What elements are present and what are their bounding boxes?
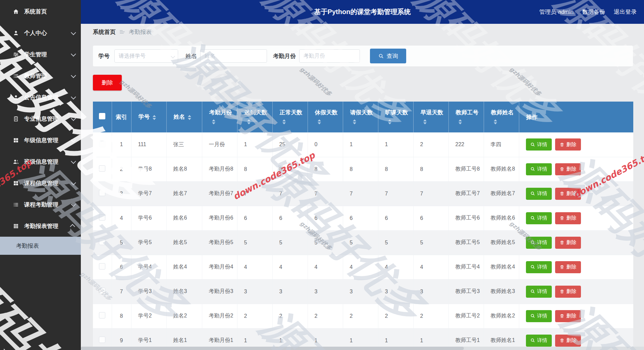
sidebar-item-attendance-reports[interactable]: 考勤报表管理: [0, 215, 81, 237]
sort-carets[interactable]: [282, 118, 286, 126]
cell-name: 姓名2: [166, 304, 202, 328]
header-absent-days: 旷课天数: [378, 102, 413, 132]
cell-tid: 教师工号3: [448, 279, 484, 304]
logout-link[interactable]: 退出登录: [614, 8, 637, 16]
sidebar-item-teachers[interactable]: 教师管理: [0, 65, 81, 86]
row-delete-button[interactable]: 删除: [555, 286, 581, 298]
cell-early: 2: [413, 132, 448, 157]
cell-absent: 2: [378, 304, 413, 328]
detail-button[interactable]: 详情: [526, 163, 552, 175]
sort-carets[interactable]: [212, 118, 215, 126]
scrollbar-thumb[interactable]: [81, 347, 464, 350]
header-index: 索引: [112, 102, 131, 132]
row-delete-button[interactable]: 删除: [555, 310, 581, 322]
horizontal-scrollbar[interactable]: [81, 347, 644, 350]
cell-late: 5: [237, 230, 272, 255]
row-checkbox[interactable]: [99, 214, 105, 221]
sidebar-item-students[interactable]: 学生管理: [0, 44, 81, 65]
sidebar-item-grades[interactable]: 年级信息管理: [0, 129, 81, 151]
row-checkbox[interactable]: [99, 239, 105, 245]
trash-icon: [559, 289, 565, 294]
chevron-down-icon: [71, 201, 76, 207]
row-delete-button[interactable]: 删除: [555, 261, 581, 273]
chevron-down-icon: [71, 159, 76, 164]
detail-button[interactable]: 详情: [526, 286, 552, 298]
sidebar-item-majors[interactable]: 专业信息管理: [0, 108, 81, 129]
sort-carets[interactable]: [494, 118, 497, 126]
sort-carets[interactable]: [459, 118, 462, 126]
detail-button[interactable]: 详情: [526, 310, 552, 322]
sidebar-item-course-attendance[interactable]: 课程考勤管理: [0, 194, 81, 215]
row-checkbox[interactable]: [99, 263, 105, 270]
row-checkbox[interactable]: [99, 190, 105, 196]
search-icon: [530, 338, 535, 343]
cell-sid: 学号3: [131, 279, 166, 304]
header-leave-days: 请假天数: [343, 102, 378, 132]
cell-sid: 学号4: [131, 255, 166, 279]
row-delete-button[interactable]: 删除: [555, 212, 581, 224]
detail-button[interactable]: 详情: [526, 237, 552, 249]
month-input[interactable]: [299, 49, 360, 63]
detail-button[interactable]: 详情: [526, 138, 552, 151]
cell-tname: 教师姓名7: [484, 181, 519, 206]
sidebar-item-profile[interactable]: 个人中心: [0, 22, 81, 44]
query-button[interactable]: 查询: [370, 49, 406, 63]
sidebar-item-classes[interactable]: 班级信息管理: [0, 151, 81, 172]
header-student-id: 学号: [131, 102, 166, 132]
search-icon: [530, 216, 535, 221]
detail-button[interactable]: 详情: [526, 335, 552, 347]
row-delete-button[interactable]: 删除: [555, 237, 581, 249]
chevron-down-icon: [71, 51, 76, 57]
sort-carets[interactable]: [423, 118, 427, 126]
cell-late: 2: [237, 304, 272, 328]
row-checkbox[interactable]: [99, 141, 105, 147]
cell-early: 5: [413, 230, 448, 255]
sort-carets[interactable]: [188, 113, 191, 122]
sidebar-item-courses[interactable]: 课程信息管理: [0, 172, 81, 194]
row-checkbox[interactable]: [99, 312, 105, 318]
sidebar-subitem-attendance-report[interactable]: 考勤报表: [0, 237, 81, 255]
cell-absent: 1: [378, 132, 413, 157]
user-icon: [13, 94, 19, 101]
row-delete-button[interactable]: 删除: [555, 163, 581, 175]
sort-carets[interactable]: [247, 118, 251, 126]
cell-vacation: 2: [308, 304, 343, 328]
cell-tname: 教师姓名6: [484, 206, 519, 230]
row-checkbox[interactable]: [99, 288, 105, 294]
cell-vacation: 6: [308, 206, 343, 230]
cell-late: 4: [237, 255, 272, 279]
table-icon: [13, 223, 19, 229]
header-select-all: [93, 102, 112, 132]
sidebar-item-home[interactable]: 系统首页: [0, 1, 81, 22]
cell-name: 姓名7: [166, 181, 202, 206]
row-delete-button[interactable]: 删除: [555, 335, 581, 347]
row-checkbox[interactable]: [99, 337, 105, 343]
sort-carets[interactable]: [353, 118, 356, 126]
name-input[interactable]: [200, 49, 267, 63]
cell-name: 姓名3: [166, 279, 202, 304]
cell-vacation: 8: [308, 157, 343, 181]
row-delete-button[interactable]: 删除: [555, 138, 581, 151]
data-backup-link[interactable]: 数据备份: [582, 8, 605, 16]
cell-actions: 详情删除: [519, 230, 633, 255]
sort-carets[interactable]: [318, 118, 321, 126]
breadcrumb-home[interactable]: 系统首页: [93, 28, 116, 36]
sidebar-item-announcements[interactable]: 公告信息管理: [0, 86, 81, 108]
detail-button[interactable]: 详情: [526, 261, 552, 273]
detail-button[interactable]: 详情: [526, 188, 552, 200]
bulk-delete-button[interactable]: 删除: [93, 75, 122, 91]
student-id-select[interactable]: [114, 49, 178, 63]
sort-carets[interactable]: [388, 118, 391, 126]
cell-absent: 3: [378, 279, 413, 304]
chevron-down-icon: [71, 137, 76, 142]
cell-late: 3: [237, 279, 272, 304]
select-all-checkbox[interactable]: [99, 113, 105, 119]
detail-button[interactable]: 详情: [526, 212, 552, 224]
cell-sid: 学号5: [131, 230, 166, 255]
row-checkbox[interactable]: [99, 165, 105, 172]
cell-tname: 教师姓名2: [484, 304, 519, 328]
sort-carets[interactable]: [153, 113, 156, 122]
cell-leave: 7: [343, 181, 378, 206]
cell-leave: 8: [343, 157, 378, 181]
row-delete-button[interactable]: 删除: [555, 188, 581, 200]
